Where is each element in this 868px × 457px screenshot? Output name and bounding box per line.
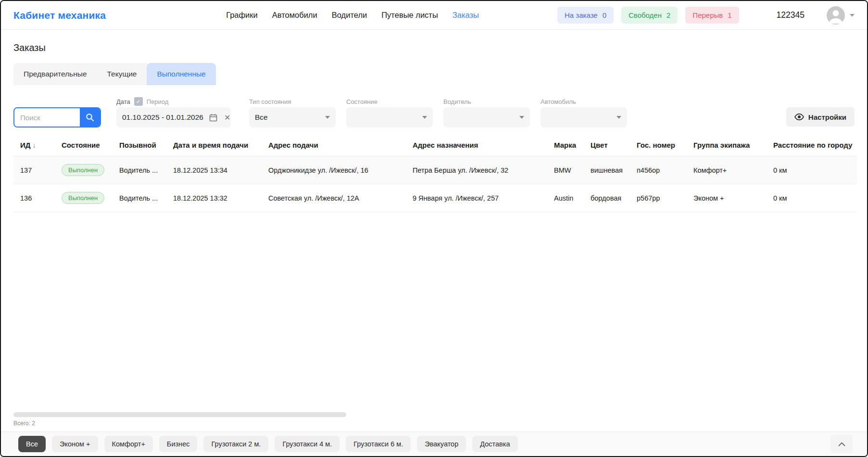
cell-datetime: 18.12.2025 13:32 — [169, 184, 264, 212]
chip-evacuator[interactable]: Эвакуатор — [417, 436, 466, 452]
badge-on-order-count: 0 — [603, 11, 606, 19]
period-checkbox[interactable]: ✓ — [134, 97, 143, 106]
chip-delivery[interactable]: Доставка — [472, 436, 517, 452]
chip-comfort[interactable]: Комфорт+ — [104, 436, 153, 452]
state-type-label: Тип состояния — [249, 98, 291, 105]
nav-item-orders[interactable]: Заказы — [453, 11, 479, 20]
person-icon — [827, 6, 845, 25]
total-count: Всего: 2 — [13, 420, 855, 432]
col-header-color[interactable]: Цвет — [587, 134, 633, 156]
nav-item-graphics[interactable]: Графики — [226, 11, 258, 20]
calendar-icon — [209, 114, 217, 122]
settings-button-label: Настройки — [808, 113, 846, 121]
calendar-button[interactable] — [208, 113, 218, 123]
state-label: Состояние — [346, 98, 377, 105]
badge-on-order-label: На заказе — [565, 11, 598, 19]
status-badge: Выполнен — [62, 192, 104, 204]
table-row[interactable]: 137 Выполнен Водитель ... 18.12.2025 13:… — [13, 156, 857, 184]
collapse-footer-button[interactable] — [830, 435, 853, 453]
state-type-value: Все — [255, 113, 268, 122]
settings-button[interactable]: Настройки — [786, 107, 855, 127]
search-icon — [86, 113, 94, 122]
badge-free[interactable]: Свободен 2 — [621, 7, 678, 24]
badge-on-order[interactable]: На заказе 0 — [557, 7, 614, 24]
date-label: Дата — [116, 98, 130, 105]
col-header-id[interactable]: ИД↓ — [13, 134, 58, 156]
state-filter: Состояние — [346, 96, 433, 127]
col-header-plate[interactable]: Гос. номер — [633, 134, 690, 156]
cell-distance: 0 км — [769, 156, 857, 184]
search-input[interactable] — [14, 108, 80, 127]
chevron-down-icon — [422, 116, 427, 119]
date-filter-group: Дата ✓ Период 01.10.2025 - 01.01.2026 — [116, 96, 231, 127]
cell-pickup: Советская ул. /Ижевск/, 12А — [264, 184, 409, 212]
driver-select[interactable] — [443, 107, 530, 127]
col-header-crew-group[interactable]: Группа экипажа — [690, 134, 769, 156]
driver-filter: Водитель — [443, 96, 530, 127]
date-range-field[interactable]: 01.10.2025 - 01.01.2026 ✕ — [116, 107, 231, 127]
cell-color: вишневая — [587, 156, 633, 184]
chip-econom[interactable]: Эконом + — [52, 436, 98, 452]
content-spacer — [13, 212, 855, 412]
state-select[interactable] — [346, 107, 433, 127]
cell-callsign: Водитель ... — [115, 184, 169, 212]
status-badge: Выполнен — [62, 164, 104, 176]
cell-distance: 0 км — [769, 184, 857, 212]
nav-item-drivers[interactable]: Водители — [332, 11, 367, 20]
filter-bar: Дата ✓ Период 01.10.2025 - 01.01.2026 — [13, 96, 855, 127]
chip-cargo-6m[interactable]: Грузотакси 6 м. — [346, 436, 411, 452]
cell-datetime: 18.12.2025 13:34 — [169, 156, 264, 184]
date-range-value[interactable]: 01.10.2025 - 01.01.2026 — [122, 113, 203, 122]
badge-break-count: 1 — [728, 11, 731, 19]
cell-destination: Петра Берша ул. /Ижевск/, 32 — [409, 156, 550, 184]
page-title: Заказы — [13, 42, 855, 53]
badge-break-label: Перерыв — [692, 11, 723, 19]
col-header-brand[interactable]: Марка — [550, 134, 587, 156]
app-logo[interactable]: Кабинет механика — [13, 10, 106, 21]
order-tabs: Предварительные Текущие Выполненные — [13, 63, 216, 85]
chip-all[interactable]: Все — [18, 436, 46, 452]
state-type-filter: Тип состояния Все — [249, 96, 336, 127]
col-header-distance[interactable]: Расстояние по городу — [769, 134, 857, 156]
horizontal-scrollbar[interactable] — [13, 412, 346, 417]
chip-cargo-2m[interactable]: Грузотакси 2 м. — [203, 436, 268, 452]
col-header-pickup[interactable]: Адрес подачи — [264, 134, 409, 156]
cell-brand: Austin — [550, 184, 587, 212]
chip-cargo-4m[interactable]: Грузотакси 4 м. — [275, 436, 340, 452]
cell-destination: 9 Января ул. /Ижевск/, 257 — [409, 184, 550, 212]
tab-preliminary[interactable]: Предварительные — [13, 63, 97, 85]
cell-crew-group: Комфорт+ — [690, 156, 769, 184]
tab-completed[interactable]: Выполненные — [147, 63, 215, 85]
badge-break[interactable]: Перерыв 1 — [685, 7, 739, 24]
app-window: Кабинет механика Графики Автомобили Води… — [0, 0, 868, 457]
tab-current[interactable]: Текущие — [97, 63, 147, 85]
col-header-destination[interactable]: Адрес назначения — [409, 134, 550, 156]
nav-item-waybills[interactable]: Путевые листы — [381, 11, 438, 20]
car-select[interactable] — [541, 107, 627, 127]
col-header-status[interactable]: Состояние — [58, 134, 115, 156]
nav-item-cars[interactable]: Автомобили — [272, 11, 317, 20]
chevron-down-icon[interactable] — [850, 14, 855, 17]
chevron-down-icon — [616, 116, 621, 119]
cell-plate: р567рр — [633, 184, 690, 212]
chevron-down-icon — [325, 116, 330, 119]
search-button[interactable] — [80, 108, 100, 127]
user-menu[interactable] — [827, 6, 855, 25]
chip-business[interactable]: Бизнес — [159, 436, 198, 452]
cell-brand: BMW — [550, 156, 587, 184]
user-id: 122345 — [777, 10, 805, 20]
table-row[interactable]: 136 Выполнен Водитель ... 18.12.2025 13:… — [13, 184, 857, 212]
clear-date-button[interactable]: ✕ — [223, 112, 231, 123]
period-label: Период — [147, 98, 169, 105]
cell-id: 136 — [13, 184, 58, 212]
chevron-up-icon — [838, 442, 845, 446]
col-header-datetime[interactable]: Дата и время подачи — [169, 134, 264, 156]
cell-crew-group: Эконом + — [690, 184, 769, 212]
cell-pickup: Орджоникидзе ул. /Ижевск/, 16 — [264, 156, 409, 184]
col-header-callsign[interactable]: Позывной — [115, 134, 169, 156]
avatar[interactable] — [827, 6, 845, 25]
state-type-select[interactable]: Все — [249, 107, 336, 127]
sort-desc-icon: ↓ — [32, 141, 36, 149]
close-icon: ✕ — [224, 113, 230, 122]
badge-free-count: 2 — [667, 11, 670, 19]
